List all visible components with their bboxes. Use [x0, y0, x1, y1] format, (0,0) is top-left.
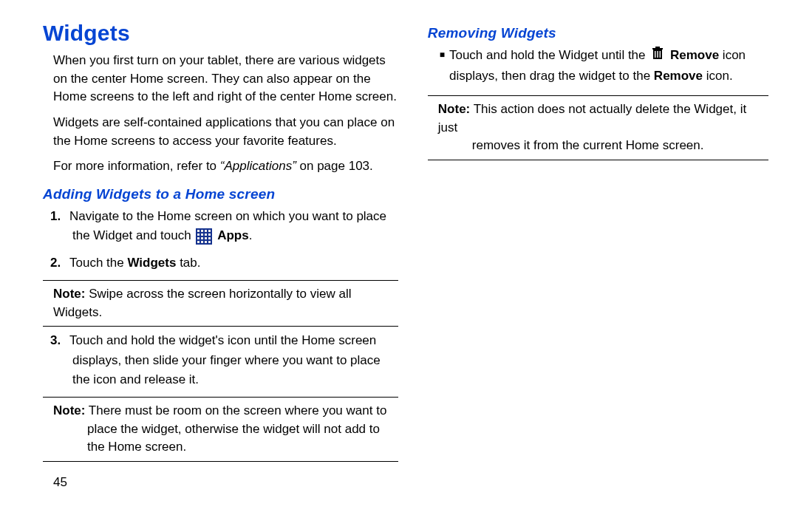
intro-paragraph-1: When you first turn on your tablet, ther…: [43, 52, 398, 106]
step-2-number: 2.: [50, 253, 69, 273]
adding-steps-continued: 3.Touch and hold the widget's icon until…: [43, 331, 398, 389]
remove-note-label: Note:: [438, 102, 470, 116]
step-1-apps-label: Apps: [217, 228, 249, 242]
remove-note: Note: This action does not actually dele…: [428, 100, 768, 155]
subheading-adding: Adding Widgets to a Home screen: [43, 186, 398, 202]
manual-page: Widgets When you first turn on your tabl…: [0, 0, 798, 505]
bullet-text-a: Touch and hold the Widget until the: [449, 48, 649, 62]
ref-quoted: “Applications”: [220, 159, 296, 173]
svg-rect-1: [655, 51, 655, 58]
divider: [43, 397, 398, 398]
heading-widgets: Widgets: [43, 21, 398, 46]
removing-bullet: ■ Touch and hold the Widget until the Re…: [428, 46, 768, 85]
left-column: Widgets When you first turn on your tabl…: [43, 21, 398, 490]
note-2-line1: There must be room on the screen where y…: [85, 403, 386, 417]
step-3: 3.Touch and hold the widget's icon until…: [72, 331, 398, 389]
step-3-number: 3.: [50, 331, 69, 350]
note-1-text: Swipe across the screen horizontally to …: [53, 287, 351, 319]
divider: [43, 461, 398, 462]
apps-grid-icon: [196, 228, 212, 245]
svg-rect-2: [658, 51, 658, 58]
divider: [428, 95, 768, 96]
right-column: Removing Widgets ■ Touch and hold the Wi…: [428, 21, 768, 490]
svg-rect-3: [660, 51, 661, 58]
adding-steps: 1.Navigate to the Home screen on which y…: [43, 207, 398, 273]
reference-line: For more information, refer to “Applicat…: [43, 157, 398, 176]
ref-prefix: For more information, refer to: [53, 159, 220, 173]
bullet-text-c: icon.: [703, 69, 733, 83]
divider: [43, 326, 398, 327]
subheading-removing: Removing Widgets: [428, 25, 768, 41]
remove-note-line1: This action does not actually delete the…: [438, 102, 746, 134]
page-number: 45: [43, 475, 398, 490]
step-3-text: Touch and hold the widget's icon until t…: [69, 333, 381, 386]
svg-rect-5: [655, 47, 660, 48]
remove-note-line2: removes it from the current Home screen.: [438, 137, 768, 155]
divider: [43, 280, 398, 281]
remove-label-1: Remove: [670, 48, 719, 62]
step-1-number: 1.: [50, 207, 69, 226]
ref-suffix: on page 103.: [296, 159, 373, 173]
bullet-icon: ■: [440, 46, 449, 85]
step-2: 2.Touch the Widgets tab.: [72, 253, 398, 273]
trash-icon: [651, 46, 664, 66]
step-2-widgets-label: Widgets: [127, 256, 176, 270]
svg-rect-4: [652, 48, 663, 50]
remove-label-2: Remove: [654, 69, 703, 83]
note-2-line2: place the widget, otherwise the widget w…: [53, 420, 398, 457]
note-2-label: Note:: [53, 403, 85, 417]
note-2: Note: There must be room on the screen w…: [43, 402, 398, 457]
divider: [428, 160, 768, 160]
step-2-text-b: tab.: [176, 256, 200, 270]
step-1: 1.Navigate to the Home screen on which y…: [72, 207, 398, 246]
step-2-text-a: Touch the: [69, 256, 127, 270]
note-1: Note: Swipe across the screen horizontal…: [43, 285, 398, 321]
note-1-label: Note:: [53, 287, 85, 301]
removing-bullet-text: Touch and hold the Widget until the Remo…: [449, 46, 768, 85]
intro-paragraph-2: Widgets are self-contained applications …: [43, 114, 398, 150]
step-1-dot: .: [249, 228, 253, 242]
